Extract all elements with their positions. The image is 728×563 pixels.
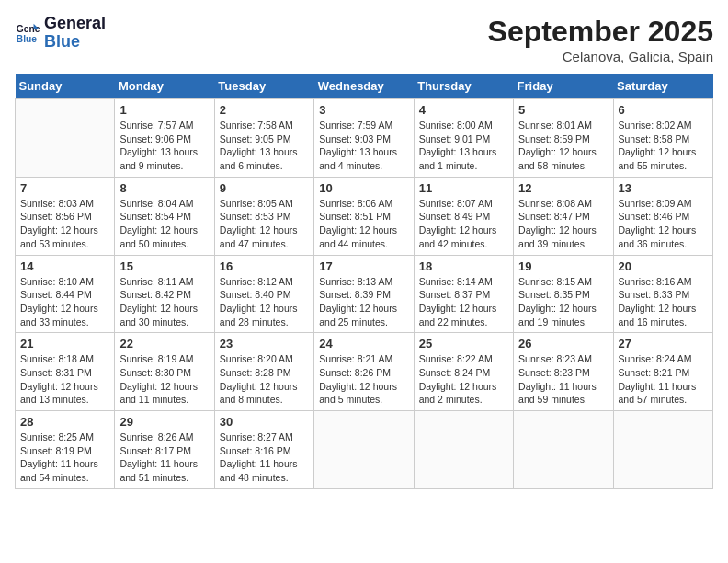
- calendar-cell: 4Sunrise: 8:00 AM Sunset: 9:01 PM Daylig…: [414, 99, 513, 178]
- day-number: 25: [419, 337, 508, 350]
- day-number: 13: [619, 181, 708, 195]
- calendar-cell: 2Sunrise: 7:58 AM Sunset: 9:05 PM Daylig…: [214, 99, 313, 178]
- calendar-cell: 11Sunrise: 8:07 AM Sunset: 8:49 PM Dayli…: [414, 177, 513, 255]
- cell-info: Sunrise: 8:12 AM Sunset: 8:40 PM Dayligh…: [220, 275, 309, 329]
- calendar-week-row: 21Sunrise: 8:18 AM Sunset: 8:31 PM Dayli…: [16, 333, 713, 411]
- calendar-cell: 29Sunrise: 8:26 AM Sunset: 8:17 PM Dayli…: [115, 411, 214, 489]
- calendar-cell: 15Sunrise: 8:11 AM Sunset: 8:42 PM Dayli…: [115, 255, 214, 333]
- calendar-cell: 23Sunrise: 8:20 AM Sunset: 8:28 PM Dayli…: [214, 333, 313, 411]
- calendar-cell: 13Sunrise: 8:09 AM Sunset: 8:46 PM Dayli…: [613, 177, 712, 255]
- logo-icon: General Blue: [15, 20, 40, 46]
- logo-text: General Blue: [44, 15, 106, 52]
- cell-info: Sunrise: 8:07 AM Sunset: 8:49 PM Dayligh…: [419, 197, 508, 251]
- weekday-header: Thursday: [414, 74, 513, 99]
- cell-info: Sunrise: 8:03 AM Sunset: 8:56 PM Dayligh…: [20, 197, 109, 251]
- day-number: 5: [518, 103, 608, 117]
- day-number: 27: [619, 337, 708, 350]
- calendar-cell: [514, 411, 613, 489]
- logo: General Blue General Blue: [15, 15, 106, 52]
- day-number: 1: [119, 103, 209, 117]
- day-number: 14: [20, 259, 109, 273]
- cell-info: Sunrise: 8:26 AM Sunset: 8:17 PM Dayligh…: [119, 431, 209, 485]
- cell-info: Sunrise: 8:25 AM Sunset: 8:19 PM Dayligh…: [20, 431, 109, 485]
- day-number: 2: [220, 103, 309, 117]
- cell-info: Sunrise: 8:11 AM Sunset: 8:42 PM Dayligh…: [119, 275, 209, 329]
- cell-info: Sunrise: 8:04 AM Sunset: 8:54 PM Dayligh…: [119, 197, 209, 251]
- calendar-cell: 14Sunrise: 8:10 AM Sunset: 8:44 PM Dayli…: [16, 255, 115, 333]
- calendar-cell: 30Sunrise: 8:27 AM Sunset: 8:16 PM Dayli…: [214, 411, 313, 489]
- day-number: 26: [518, 337, 608, 350]
- day-number: 10: [319, 181, 408, 195]
- calendar-cell: 3Sunrise: 7:59 AM Sunset: 9:03 PM Daylig…: [314, 99, 414, 178]
- cell-info: Sunrise: 8:18 AM Sunset: 8:31 PM Dayligh…: [20, 352, 109, 407]
- cell-info: Sunrise: 8:00 AM Sunset: 9:01 PM Dayligh…: [419, 119, 508, 173]
- title-area: September 2025 Celanova, Galicia, Spain: [488, 15, 713, 64]
- weekday-header: Monday: [115, 74, 214, 99]
- calendar-header-row: SundayMondayTuesdayWednesdayThursdayFrid…: [16, 74, 713, 99]
- calendar-cell: [314, 411, 414, 489]
- calendar-cell: 6Sunrise: 8:02 AM Sunset: 8:58 PM Daylig…: [613, 99, 712, 178]
- cell-info: Sunrise: 7:58 AM Sunset: 9:05 PM Dayligh…: [220, 119, 309, 173]
- svg-text:Blue: Blue: [17, 34, 38, 44]
- calendar-cell: 24Sunrise: 8:21 AM Sunset: 8:26 PM Dayli…: [314, 333, 414, 411]
- day-number: 23: [220, 337, 309, 350]
- day-number: 12: [518, 181, 608, 195]
- cell-info: Sunrise: 8:20 AM Sunset: 8:28 PM Dayligh…: [220, 352, 309, 407]
- cell-info: Sunrise: 7:57 AM Sunset: 9:06 PM Dayligh…: [119, 119, 209, 173]
- day-number: 28: [20, 415, 109, 429]
- calendar-cell: [414, 411, 513, 489]
- day-number: 9: [220, 181, 309, 195]
- cell-info: Sunrise: 8:23 AM Sunset: 8:23 PM Dayligh…: [518, 352, 608, 407]
- day-number: 30: [220, 415, 309, 429]
- calendar-cell: [16, 99, 115, 178]
- calendar-cell: 18Sunrise: 8:14 AM Sunset: 8:37 PM Dayli…: [414, 255, 513, 333]
- day-number: 8: [119, 181, 209, 195]
- calendar-body: 1Sunrise: 7:57 AM Sunset: 9:06 PM Daylig…: [16, 99, 713, 489]
- day-number: 24: [319, 337, 408, 350]
- calendar-cell: 9Sunrise: 8:05 AM Sunset: 8:53 PM Daylig…: [214, 177, 313, 255]
- calendar-cell: 19Sunrise: 8:15 AM Sunset: 8:35 PM Dayli…: [514, 255, 613, 333]
- cell-info: Sunrise: 8:16 AM Sunset: 8:33 PM Dayligh…: [619, 275, 708, 329]
- calendar-cell: 28Sunrise: 8:25 AM Sunset: 8:19 PM Dayli…: [16, 411, 115, 489]
- weekday-header: Saturday: [613, 74, 712, 99]
- calendar-cell: 7Sunrise: 8:03 AM Sunset: 8:56 PM Daylig…: [16, 177, 115, 255]
- logo-line2: Blue: [44, 33, 106, 52]
- calendar-table: SundayMondayTuesdayWednesdayThursdayFrid…: [15, 74, 713, 489]
- cell-info: Sunrise: 8:21 AM Sunset: 8:26 PM Dayligh…: [319, 352, 408, 407]
- cell-info: Sunrise: 8:24 AM Sunset: 8:21 PM Dayligh…: [619, 352, 708, 407]
- header: General Blue General Blue September 2025…: [15, 15, 713, 64]
- calendar-cell: 8Sunrise: 8:04 AM Sunset: 8:54 PM Daylig…: [115, 177, 214, 255]
- day-number: 19: [518, 259, 608, 273]
- logo-line1: General: [44, 15, 106, 33]
- day-number: 11: [419, 181, 508, 195]
- cell-info: Sunrise: 8:13 AM Sunset: 8:39 PM Dayligh…: [319, 275, 408, 329]
- weekday-header: Wednesday: [314, 74, 414, 99]
- cell-info: Sunrise: 8:05 AM Sunset: 8:53 PM Dayligh…: [220, 197, 309, 251]
- day-number: 7: [20, 181, 109, 195]
- day-number: 20: [619, 259, 708, 273]
- calendar-week-row: 7Sunrise: 8:03 AM Sunset: 8:56 PM Daylig…: [16, 177, 713, 255]
- cell-info: Sunrise: 8:06 AM Sunset: 8:51 PM Dayligh…: [319, 197, 408, 251]
- day-number: 17: [319, 259, 408, 273]
- day-number: 15: [119, 259, 209, 273]
- weekday-header: Tuesday: [214, 74, 313, 99]
- calendar-cell: 25Sunrise: 8:22 AM Sunset: 8:24 PM Dayli…: [414, 333, 513, 411]
- calendar-cell: 1Sunrise: 7:57 AM Sunset: 9:06 PM Daylig…: [115, 99, 214, 178]
- cell-info: Sunrise: 8:02 AM Sunset: 8:58 PM Dayligh…: [619, 119, 708, 173]
- weekday-header: Friday: [514, 74, 613, 99]
- day-number: 3: [319, 103, 408, 117]
- cell-info: Sunrise: 8:27 AM Sunset: 8:16 PM Dayligh…: [220, 431, 309, 485]
- day-number: 6: [619, 103, 708, 117]
- svg-text:General: General: [17, 24, 40, 34]
- calendar-cell: 5Sunrise: 8:01 AM Sunset: 8:59 PM Daylig…: [514, 99, 613, 178]
- calendar-cell: 21Sunrise: 8:18 AM Sunset: 8:31 PM Dayli…: [16, 333, 115, 411]
- calendar-cell: 12Sunrise: 8:08 AM Sunset: 8:47 PM Dayli…: [514, 177, 613, 255]
- location: Celanova, Galicia, Spain: [488, 49, 713, 64]
- weekday-header: Sunday: [16, 74, 115, 99]
- day-number: 4: [419, 103, 508, 117]
- cell-info: Sunrise: 8:14 AM Sunset: 8:37 PM Dayligh…: [419, 275, 508, 329]
- calendar-week-row: 28Sunrise: 8:25 AM Sunset: 8:19 PM Dayli…: [16, 411, 713, 489]
- calendar-cell: 26Sunrise: 8:23 AM Sunset: 8:23 PM Dayli…: [514, 333, 613, 411]
- calendar-cell: 20Sunrise: 8:16 AM Sunset: 8:33 PM Dayli…: [613, 255, 712, 333]
- day-number: 22: [119, 337, 209, 350]
